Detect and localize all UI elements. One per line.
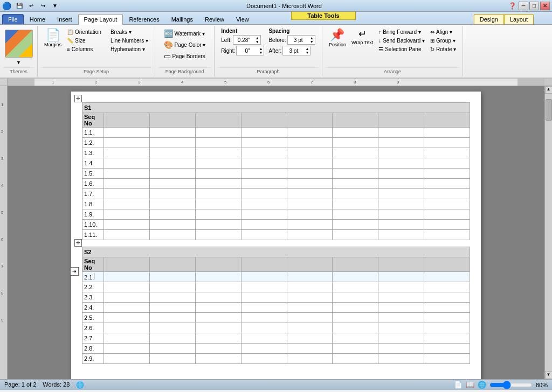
- tab-home[interactable]: Home: [24, 14, 51, 24]
- tab-file[interactable]: File: [2, 14, 24, 24]
- view-web-btn[interactable]: 🌐: [478, 381, 486, 389]
- before-spacing-label: Before:: [268, 37, 286, 43]
- scroll-down-btn[interactable]: ▼: [545, 372, 553, 379]
- qa-save-btn[interactable]: 💾: [15, 2, 24, 10]
- table-row[interactable]: 2.7.: [82, 333, 470, 344]
- breaks-button[interactable]: Breaks ▾: [108, 28, 150, 36]
- table-row[interactable]: 2.2.: [82, 282, 470, 292]
- tab-design[interactable]: Design: [474, 14, 504, 24]
- quick-access-toolbar[interactable]: 🔵 💾 ↩ ↪ ▼: [2, 2, 60, 10]
- table-move-handle-s1[interactable]: ✛: [74, 95, 82, 102]
- table-row[interactable]: 2.5.: [82, 313, 470, 323]
- tab-view[interactable]: View: [230, 14, 255, 24]
- columns-button[interactable]: ≡ Columns: [65, 45, 104, 53]
- seq-cell-active[interactable]: 2.1.: [82, 272, 104, 282]
- tab-references[interactable]: References: [123, 14, 165, 24]
- table-row[interactable]: 1.8.: [82, 199, 470, 209]
- after-spacing-down[interactable]: ▼: [304, 51, 310, 54]
- before-spacing-up[interactable]: ▲: [309, 36, 315, 40]
- watermark-button[interactable]: 🔤 Watermark ▾: [162, 28, 208, 39]
- table-row[interactable]: 1.7.: [82, 189, 470, 199]
- wrap-text-button[interactable]: ↵ Wrap Text: [349, 28, 375, 46]
- table-row[interactable]: 1.5.: [82, 169, 470, 179]
- table-row[interactable]: 1.11.: [82, 230, 470, 240]
- qa-redo-btn[interactable]: ↪: [38, 2, 48, 10]
- page-borders-button[interactable]: ▭ Page Borders: [162, 51, 208, 61]
- after-spacing-up[interactable]: ▲: [304, 47, 310, 51]
- group-button[interactable]: ⊞ Group ▾: [428, 37, 458, 45]
- scroll-track[interactable]: [545, 94, 552, 372]
- table-row[interactable]: 2.6.: [82, 323, 470, 333]
- align-button[interactable]: ⇔ Align ▾: [428, 28, 458, 36]
- table-row[interactable]: 2.9.: [82, 354, 470, 364]
- left-indent-input[interactable]: 0.28" ▲ ▼: [233, 35, 261, 45]
- seq-cell: 1.8.: [82, 199, 104, 209]
- rotate-button[interactable]: ↻ Rotate ▾: [428, 45, 458, 53]
- send-backward-button[interactable]: ↓ Send Backward ▾: [376, 37, 427, 45]
- table-marker: ⇥: [70, 267, 79, 276]
- arrange-group-label[interactable]: Arrange: [326, 67, 459, 75]
- page-background-group-label[interactable]: Page Background: [158, 67, 211, 75]
- zoom-slider[interactable]: [489, 383, 533, 387]
- maximize-btn[interactable]: □: [529, 2, 539, 10]
- qa-undo-btn[interactable]: ↩: [26, 2, 36, 10]
- breaks-label: Breaks ▾: [111, 29, 132, 35]
- before-spacing-input[interactable]: 3 pt ▲ ▼: [287, 35, 315, 45]
- before-spacing-down[interactable]: ▼: [309, 40, 315, 44]
- left-indent-up[interactable]: ▲: [254, 36, 260, 40]
- table-row[interactable]: 1.4.: [82, 158, 470, 169]
- table-row[interactable]: 1.3.: [82, 148, 470, 158]
- size-button[interactable]: 📏 Size: [65, 37, 104, 45]
- paragraph-group-label[interactable]: Paragraph: [218, 67, 319, 75]
- right-indent-up[interactable]: ▲: [258, 47, 264, 51]
- table-row[interactable]: 1.6.: [82, 179, 470, 189]
- table-row[interactable]: 1.9.: [82, 209, 470, 220]
- themes-button[interactable]: [5, 30, 33, 58]
- help-icon[interactable]: ❓: [508, 2, 516, 10]
- table-s1-container: ✛ S1 Seq No: [82, 102, 470, 240]
- page-setup-group-label[interactable]: Page Setup: [41, 67, 151, 75]
- selection-pane-label: Selection Pane: [385, 46, 421, 52]
- table-row[interactable]: 2.1.: [82, 272, 470, 282]
- minimize-btn[interactable]: ─: [519, 2, 528, 10]
- tab-layout[interactable]: Layout: [504, 14, 534, 24]
- selection-pane-button[interactable]: ☰ Selection Pane: [376, 45, 427, 53]
- tab-insert[interactable]: Insert: [51, 14, 78, 24]
- line-numbers-button[interactable]: Line Numbers ▾: [108, 37, 150, 45]
- table-row[interactable]: 1.2.: [82, 138, 470, 148]
- after-spacing-input[interactable]: 3 pt ▲ ▼: [282, 46, 310, 55]
- tab-page-layout[interactable]: Page Layout: [78, 14, 123, 25]
- tab-review[interactable]: Review: [199, 14, 230, 24]
- qa-dropdown-btn[interactable]: ▼: [50, 2, 60, 10]
- position-button[interactable]: 📌 Position: [327, 28, 348, 48]
- orientation-button[interactable]: 📋 Orientation: [65, 28, 104, 36]
- view-normal-btn[interactable]: 📄: [454, 381, 463, 389]
- bring-forward-button[interactable]: ↑ Bring Forward ▾: [376, 28, 427, 36]
- seq-cell: 2.2.: [82, 282, 104, 292]
- table-row[interactable]: 1.10.: [82, 220, 470, 230]
- scroll-thumb[interactable]: [546, 99, 552, 121]
- table-row[interactable]: 1.1.: [82, 128, 470, 138]
- table-row[interactable]: 2.4.: [82, 303, 470, 313]
- table-row[interactable]: 2.3.: [82, 292, 470, 303]
- right-indent-down[interactable]: ▼: [258, 51, 264, 54]
- hyphenation-label: Hyphenation ▾: [111, 46, 145, 52]
- view-reading-btn[interactable]: 📖: [466, 381, 474, 389]
- margins-button[interactable]: 📄 Margins: [42, 28, 64, 48]
- table-move-handle-s2[interactable]: ✛: [74, 239, 82, 247]
- table-row[interactable]: 2.8.: [82, 344, 470, 354]
- status-right[interactable]: 📄 📖 🌐 80%: [454, 381, 548, 389]
- close-btn[interactable]: ✕: [540, 2, 550, 10]
- scroll-up-btn[interactable]: ▲: [545, 86, 553, 94]
- hyphenation-button[interactable]: Hyphenation ▾: [108, 45, 150, 53]
- themes-dropdown-arrow[interactable]: ▼: [16, 60, 21, 65]
- left-indent-down[interactable]: ▼: [254, 40, 260, 44]
- right-indent-input[interactable]: 0" ▲ ▼: [236, 46, 264, 55]
- tab-mailings[interactable]: Mailings: [165, 14, 199, 24]
- vertical-scrollbar[interactable]: ▲ ▼: [544, 86, 552, 379]
- page-color-button[interactable]: 🎨 Page Color ▾: [162, 39, 208, 50]
- themes-group-label[interactable]: Themes: [3, 67, 34, 75]
- ruler-scroll-corner: [544, 79, 552, 86]
- window-controls[interactable]: ─ □ ✕: [519, 2, 550, 10]
- page-wrapper[interactable]: ✛ S1 Seq No: [8, 86, 544, 379]
